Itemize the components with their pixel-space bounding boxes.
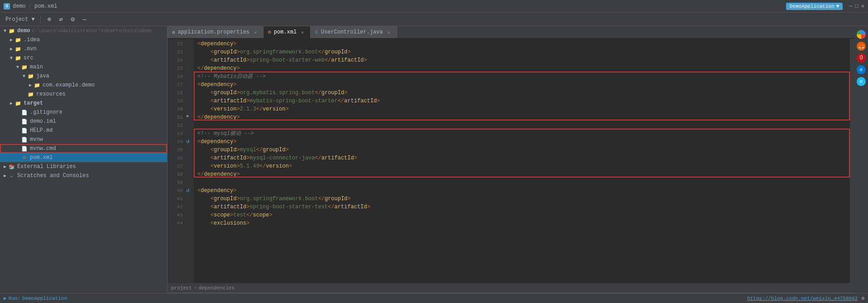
toolbar-line-icon[interactable]: —	[80, 14, 90, 24]
code-line-32	[197, 121, 846, 130]
file-name: pom.xml	[34, 3, 57, 10]
tab-icon-java: C	[315, 29, 318, 35]
run-config[interactable]: DemoApplication ▼	[786, 3, 843, 10]
status-bar: ▶ Run: DemoApplication https://blog.csdn…	[0, 293, 868, 303]
sidebar-item-package[interactable]: ▶ 📁 com.example.demo	[0, 81, 167, 90]
code-line-28: <groupId>org.mybatis.spring.boot</groupI…	[197, 89, 846, 97]
tree-label-target: target	[24, 100, 43, 106]
tree-arrow-src: ▼	[8, 55, 14, 61]
file-icon-mvnwcmd: 📄	[21, 145, 28, 152]
maximize-icon[interactable]: □	[855, 3, 858, 10]
app-label: DemoApplication	[22, 296, 67, 301]
opera-icon[interactable]: O	[857, 53, 866, 63]
code-line-22: <dependency>	[197, 40, 846, 48]
tree-arrow-main: ▼	[14, 64, 21, 70]
tab-label-java: UserController.java	[321, 29, 383, 35]
status-settings-icon[interactable]: ⚙	[861, 295, 864, 301]
toolbar-add-icon[interactable]: ⊕	[44, 14, 54, 24]
sidebar-item-mvn[interactable]: ▶ 📁 .mvn	[0, 44, 167, 53]
tree-arrow-extlibs: ▶	[2, 164, 8, 170]
sidebar-item-extlibs[interactable]: ▶ 📚 External Libraries	[0, 162, 167, 171]
minimize-icon[interactable]: ─	[849, 3, 852, 10]
code-line-25: </dependency>	[197, 64, 846, 72]
code-line-26: <!-- Mybatis启动器 -->	[197, 72, 846, 81]
tree-label-extlibs: External Libraries	[17, 164, 76, 170]
code-line-31: </dependency>	[197, 113, 846, 121]
tab-pomxml[interactable]: m pom.xml ✕	[264, 26, 311, 38]
tab-icon-pomxml: m	[268, 29, 271, 35]
code-line-44: <exclusions>	[197, 219, 846, 227]
folder-icon-java: 📁	[27, 72, 34, 80]
sidebar-item-mvnw[interactable]: 📄 mvnw	[0, 135, 167, 144]
run-icon: ▶	[4, 295, 7, 301]
scrollbar-right[interactable]	[850, 39, 854, 283]
code-content[interactable]: <dependency> <groupId>org.springframewor…	[194, 39, 850, 283]
tree-arrow-idea: ▶	[8, 37, 14, 43]
gutter-run-icon-40[interactable]: ↺	[186, 187, 190, 194]
folder-icon-main: 📁	[21, 63, 28, 71]
status-url[interactable]: https://blog.csdn.net/weixin_44758662	[747, 296, 858, 301]
gutter-run-icon-34[interactable]: ↺	[186, 138, 190, 145]
status-bar-right: https://blog.csdn.net/weixin_44758662 ⚙	[747, 295, 864, 301]
project-name: demo	[13, 3, 26, 10]
folder-icon-demo: 📁	[8, 27, 15, 34]
tree-label-pomxml: pom.xml	[30, 154, 53, 161]
tree-label-demo: demo	[17, 28, 30, 34]
sidebar: ▼ 📁 demo C:\Users\Administrator\IdeaProj…	[0, 26, 168, 293]
tree-arrow-scratches: ▶	[2, 173, 8, 179]
breadcrumb-sep1: >	[194, 285, 197, 291]
editor-area: ⚙ application.properties ✕ m pom.xml ✕ C…	[168, 26, 854, 293]
sidebar-item-src[interactable]: ▼ 📁 src	[0, 53, 167, 63]
status-bar-left: ▶ Run: DemoApplication	[4, 295, 67, 301]
tree-label-src: src	[24, 55, 34, 61]
sidebar-item-helpmd[interactable]: 📄 HELP.md	[0, 126, 167, 135]
firefox-icon[interactable]: 🦊	[857, 42, 866, 51]
sidebar-item-pomxml[interactable]: m pom.xml	[0, 153, 167, 162]
chrome-icon[interactable]	[857, 30, 866, 39]
sidebar-item-resources[interactable]: 📁 resources	[0, 90, 167, 99]
close-icon[interactable]: ✕	[861, 3, 864, 10]
breadcrumb-bar: project > dependencies	[168, 283, 854, 293]
run-text: Run:	[9, 296, 20, 301]
toolbar-sep1	[40, 15, 41, 24]
code-editor: 22232425 26272829 30313233 34353637 3839…	[168, 39, 854, 283]
tree-label-java: java	[36, 73, 49, 79]
folder-icon-extlibs: 📚	[8, 163, 15, 170]
folder-icon-package: 📁	[34, 82, 41, 89]
ie-icon[interactable]: e	[857, 77, 866, 86]
tab-close-properties[interactable]: ✕	[252, 29, 259, 35]
code-line-29: <artifactId>mybatis-spring-boot-starter<…	[197, 97, 846, 105]
edge-icon[interactable]: e	[857, 65, 866, 74]
toolbar-sync-icon[interactable]: ⇄	[56, 14, 66, 24]
sidebar-item-mvnwcmd[interactable]: 📄 mvnw.cmd	[0, 144, 167, 153]
tab-usercontroller[interactable]: C UserController.java ✕	[311, 26, 397, 38]
code-line-27: <dependency>	[197, 81, 846, 89]
sidebar-item-gitignore[interactable]: 📄 .gitignore	[0, 108, 167, 117]
toolbar-settings-icon[interactable]: ⚙	[68, 14, 78, 24]
sidebar-item-main[interactable]: ▼ 📁 main	[0, 63, 167, 72]
run-config-label: DemoApplication	[790, 4, 834, 9]
tab-application-properties[interactable]: ⚙ application.properties ✕	[168, 26, 264, 38]
code-line-34: <dependency>	[197, 138, 846, 146]
file-icon-helpmd: 📄	[21, 127, 28, 134]
sidebar-item-idea[interactable]: ▶ 📁 .idea	[0, 35, 167, 44]
sidebar-item-scratches[interactable]: ▶ ✏ Scratches and Consoles	[0, 171, 167, 180]
tab-close-java[interactable]: ✕	[386, 29, 392, 35]
toolbar: Project ▼ ⊕ ⇄ ⚙ —	[0, 13, 868, 26]
tree-arrow-mvn: ▶	[8, 46, 14, 52]
title-sep: /	[29, 3, 32, 10]
sidebar-item-java[interactable]: ▼ 📁 java	[0, 72, 167, 81]
tree-label-scratches: Scratches and Consoles	[17, 173, 89, 179]
tab-bar: ⚙ application.properties ✕ m pom.xml ✕ C…	[168, 26, 854, 39]
tab-close-pomxml[interactable]: ✕	[299, 29, 306, 35]
sidebar-item-demoixml[interactable]: 📄 demo.iml	[0, 117, 167, 126]
title-bar-left: d demo / pom.xml	[4, 3, 57, 10]
toolbar-project-dropdown[interactable]: Project ▼	[4, 14, 37, 24]
tree-label-demoxml: demo.iml	[30, 118, 56, 125]
sidebar-item-target[interactable]: ▶ 📁 target	[0, 99, 167, 108]
code-line-24: <artifactId>spring-boot-starter-web</art…	[197, 56, 846, 64]
folder-icon-scratches: ✏	[8, 172, 15, 179]
code-line-39	[197, 178, 846, 187]
tree-label-mvn: .mvn	[24, 46, 37, 52]
sidebar-item-demo[interactable]: ▼ 📁 demo C:\Users\Administrator\IdeaProj…	[0, 26, 167, 35]
